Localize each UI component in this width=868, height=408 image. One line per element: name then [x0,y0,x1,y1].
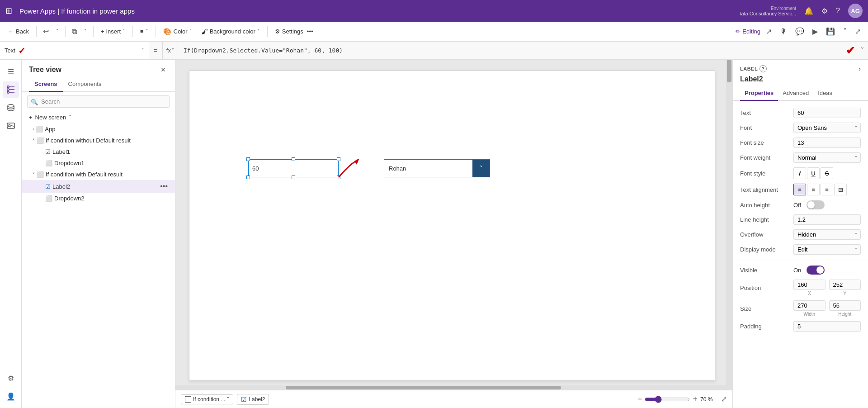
undo-button[interactable]: ↩ [40,25,52,38]
zoom-slider[interactable] [645,396,690,403]
canvas-inner[interactable]: 60 Rohan [189,71,715,381]
strikethrough-button[interactable]: S [821,167,833,179]
zoom-in-button[interactable]: + [693,394,698,404]
scrollbar-v-thumb[interactable] [727,60,731,82]
toolbar-chevron-down[interactable]: ˅ [840,25,849,38]
treepanel-close-button[interactable]: ✕ [159,65,168,74]
label-help-icon[interactable]: ? [760,65,767,72]
align-right-button[interactable]: ≡ [821,184,833,195]
copy-dropdown[interactable]: ˅ [81,27,90,36]
size-height-input[interactable] [829,300,861,311]
fx-button[interactable]: fx ˅ [163,42,178,59]
position-x-input[interactable] [793,280,826,290]
canvas-scrollbar-h[interactable] [175,385,726,390]
user-avatar[interactable]: AG [848,4,863,18]
comment-button[interactable]: 💬 [793,25,807,38]
formula-red-check: ✓ [18,45,26,56]
tab-components[interactable]: Components [63,78,107,92]
tree-item-screen2[interactable]: ˅ ⬜ If condition with Default result [22,169,175,180]
scrollbar-h-thumb[interactable] [286,386,561,389]
font-weight-select[interactable]: Normal Bold Semibold [793,152,861,163]
overflow-select[interactable]: Hidden Scroll Visible [793,229,861,240]
formula-text[interactable]: If(Dropdown2.Selected.Value="Rohan", 60,… [178,47,846,54]
label2-more-icon[interactable]: ••• [160,182,168,190]
save-button[interactable]: 💾 [823,25,838,38]
align-center-button[interactable]: ≡ [807,184,820,195]
property-selector[interactable]: Text ✓ ˅ [0,42,149,59]
formula-expand-icon[interactable]: ˅ [860,46,864,56]
undo-dropdown[interactable]: ˅ [53,27,61,36]
panel-expand-icon[interactable]: › [859,65,861,72]
formula-submit-check[interactable]: ✔ [846,44,855,57]
label2-display-value: 60 [252,165,259,172]
back-button[interactable]: ← Back [5,26,33,37]
settings-icon[interactable]: ⚙ [821,7,828,15]
copy-button[interactable]: ⧉ [69,26,80,38]
data-source-icon [7,104,15,112]
tab-advanced[interactable]: Advanced [778,87,813,101]
settings-sidebar-button[interactable]: ⚙ [3,370,19,386]
rightpanel-tabs: Properties Advanced Ideas [733,87,868,101]
help-icon[interactable]: ? [836,7,840,15]
handle-bc[interactable] [292,176,295,179]
display-mode-select[interactable]: Edit View Disabled [793,244,861,255]
tree-item-screen1[interactable]: ˅ ⬜ If condition without Default result [22,135,175,146]
new-screen-button[interactable]: + New screen ˅ [22,111,175,123]
search-input[interactable] [27,95,170,108]
handle-bl[interactable] [246,176,250,179]
underline-button[interactable]: U [807,167,820,179]
size-width-input[interactable] [793,300,826,311]
new-screen-chevron-icon: ˅ [69,114,71,120]
user-sidebar-button[interactable]: 👤 [3,388,19,404]
grid-icon[interactable]: ⊞ [5,6,12,16]
topbar: ⊞ Power Apps | If function in power apps… [0,0,868,22]
zoom-out-button[interactable]: − [637,394,642,404]
tab-properties[interactable]: Properties [740,87,778,101]
italic-button[interactable]: I [793,167,806,179]
position-y-input[interactable] [829,280,861,290]
tree-item-label2[interactable]: ☑ Label2 ••• [22,180,175,193]
insert-button[interactable]: + Insert ˅ [97,26,129,37]
tab-ideas[interactable]: Ideas [813,87,837,101]
auto-height-switch[interactable] [807,200,825,209]
insert-chevron-icon: ˅ [123,28,125,34]
dropdown2-icon: ⬜ [45,195,52,202]
share-button[interactable]: ↗ [763,25,774,38]
bottombar-label-selector[interactable]: ☑ Label2 [237,394,269,405]
tree-view-button[interactable] [3,81,19,98]
media-button[interactable] [3,118,19,134]
dropdown1-icon: ⬜ [45,160,52,166]
tree-item-dropdown2[interactable]: ⬜ Dropdown2 [22,193,175,204]
settings-button[interactable]: ⚙ Settings ••• [271,26,317,37]
tree-item-label1[interactable]: ☑ Label1 [22,146,175,157]
align-left-button[interactable]: ≡ [793,184,806,195]
text-input[interactable] [793,108,861,118]
layout-button[interactable]: ≡ ˅ [137,26,152,37]
dropdown2-canvas-element[interactable]: Rohan ˅ [384,159,490,177]
tree-item-app[interactable]: › ⬜ App [22,123,175,135]
font-size-input[interactable] [793,138,861,148]
handle-tl[interactable] [246,157,250,161]
data-source-button[interactable] [3,100,19,116]
handle-tc[interactable] [292,157,295,161]
align-justify-button[interactable]: ⊟ [834,184,847,195]
tab-screens[interactable]: Screens [29,78,63,92]
canvas-scrollbar-v[interactable] [726,60,732,390]
mic-button[interactable]: 🎙 [777,26,790,38]
expand-button[interactable]: ⤢ [852,25,863,38]
zoom-fullscreen-icon[interactable]: ⤢ [721,395,727,403]
label2-canvas-element[interactable]: 60 [248,159,339,177]
menu-collapse-button[interactable]: ☰ [3,63,19,80]
play-button[interactable]: ▶ [810,25,821,38]
toolbar-separator-6 [267,26,268,37]
line-height-input[interactable] [793,214,861,225]
font-select[interactable]: Open Sans Arial Calibri [793,123,861,133]
tree-item-dropdown1[interactable]: ⬜ Dropdown1 [22,157,175,169]
color-button[interactable]: 🎨 Color ˅ [160,26,196,38]
visible-switch[interactable] [807,266,825,275]
notification-icon[interactable]: 🔔 [804,7,813,15]
dropdown2-expand-btn[interactable]: ˅ [472,160,490,177]
bottombar-screen-selector[interactable]: If condition ... ˅ [181,394,233,404]
bg-color-button[interactable]: 🖌 Background color ˅ [198,26,264,37]
padding-input[interactable] [793,321,861,332]
